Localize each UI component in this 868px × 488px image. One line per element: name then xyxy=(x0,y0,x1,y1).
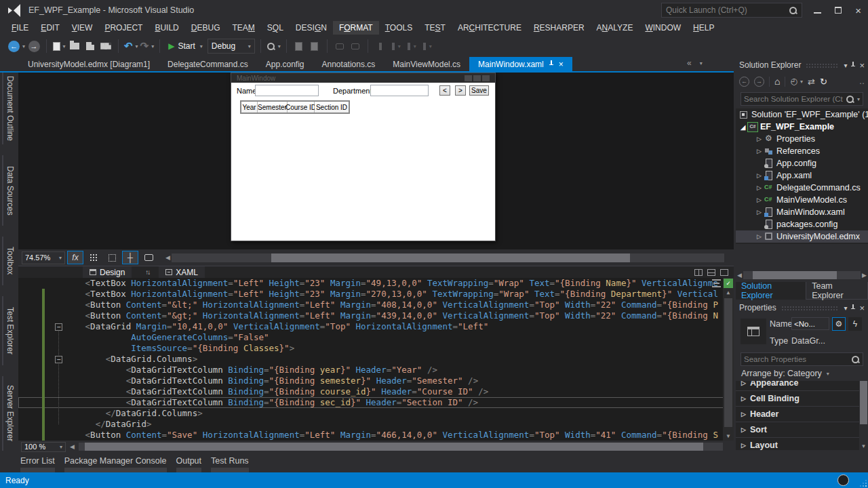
scroll-down-icon[interactable]: ▼ xyxy=(859,443,868,449)
scroll-tabs-icon[interactable]: « xyxy=(687,58,692,68)
design-view-tab[interactable]: Design xyxy=(83,266,132,279)
grid-column-header[interactable]: Semester xyxy=(258,102,288,113)
snap-to-grid-button[interactable] xyxy=(104,251,120,264)
search-icon[interactable] xyxy=(851,355,860,364)
scroll-left-icon[interactable]: ◀ xyxy=(70,443,75,450)
quick-launch-box[interactable]: Quick Launch (Ctrl+Q) xyxy=(661,3,802,18)
fold-collapse-icon[interactable]: − xyxy=(55,323,62,331)
dropdown-icon[interactable]: ▾ xyxy=(278,43,281,49)
tree-item-app-xaml[interactable]: ▷App.xaml xyxy=(736,169,868,182)
designer-horizontal-scrollbar[interactable]: ◀ xyxy=(165,253,724,262)
scroll-up-icon[interactable]: ▲ xyxy=(723,289,734,296)
toolbar-overflow-icon[interactable]: ‥ xyxy=(859,77,865,86)
bottom-tab-package-manager-console[interactable]: Package Manager Console xyxy=(64,456,167,472)
expander-icon[interactable]: ▷ xyxy=(755,136,764,142)
xaml-designer-surface[interactable]: MainWindow Name: Department: < > Save Ye… xyxy=(18,73,734,249)
uncomment-button[interactable] xyxy=(349,38,362,54)
doc-tab-mainwindow-xaml[interactable]: MainWindow.xaml× xyxy=(469,57,572,71)
tree-item-mainviewmodel-cs[interactable]: ▷MainViewModel.cs xyxy=(736,194,868,206)
bottom-tab-output[interactable]: Output xyxy=(176,456,202,472)
dropdown-icon[interactable]: ▾ xyxy=(151,43,154,49)
scrollbar-thumb[interactable] xyxy=(271,253,631,262)
category-header[interactable]: ▷Header xyxy=(736,407,859,422)
bottom-tab-test-runs[interactable]: Test Runs xyxy=(211,456,249,472)
snap-to-snaplines-button[interactable]: ┼ xyxy=(122,251,138,264)
indent-decrease-button[interactable] xyxy=(292,38,306,54)
menu-item-team[interactable]: TEAM xyxy=(226,21,260,35)
solution-explorer-search-box[interactable]: Search Solution Explorer (Ct ▾ xyxy=(741,92,863,106)
properties-mode-button[interactable]: ⚙ xyxy=(832,317,846,331)
code-line[interactable]: <DataGridTextColumn Binding="{Binding ye… xyxy=(18,365,734,375)
search-icon[interactable] xyxy=(846,95,854,104)
dropdown-icon[interactable]: ▾ xyxy=(22,43,25,49)
expander-icon[interactable]: ▷ xyxy=(755,209,764,216)
doc-tab-annotations-cs[interactable]: Annotations.cs xyxy=(313,57,384,71)
editor-vertical-scrollbar[interactable]: ▲ ▼ xyxy=(723,278,734,441)
scrollbar-track[interactable] xyxy=(743,271,861,279)
grid-column-header[interactable]: Year xyxy=(241,102,258,113)
wpf-window-preview[interactable]: MainWindow Name: Department: < > Save Ye… xyxy=(231,73,496,241)
scroll-down-icon[interactable]: ▼ xyxy=(723,433,734,439)
pending-changes-filter-button[interactable]: ◴▾ xyxy=(790,77,803,86)
left-tab-test-explorer[interactable]: Test Explorer xyxy=(2,296,17,365)
search-icon[interactable] xyxy=(789,6,797,15)
undo-button[interactable]: ↶▾ xyxy=(124,38,138,54)
properties-header[interactable]: Properties ▾ × xyxy=(736,301,868,314)
scroll-right-icon[interactable]: ▶ xyxy=(862,272,867,279)
save-button[interactable] xyxy=(83,38,97,54)
expander-icon[interactable]: ▷ xyxy=(741,381,746,386)
menu-item-file[interactable]: FILE xyxy=(5,21,35,35)
scroll-left-icon[interactable]: ◀ xyxy=(737,272,742,279)
code-line[interactable]: − <DataGrid Margin="10,41,0,0" VerticalA… xyxy=(18,321,734,332)
scrollbar-thumb[interactable] xyxy=(724,298,732,427)
annotations-button[interactable] xyxy=(140,251,157,264)
tree-item-universitymodel-edmx[interactable]: ▷UniversityModel.edmx xyxy=(736,230,868,243)
expander-icon[interactable]: ▷ xyxy=(741,426,746,433)
previous-record-button[interactable]: < xyxy=(439,85,450,96)
show-grid-button[interactable] xyxy=(85,251,102,264)
xaml-code-editor[interactable]: <TextBox HorizontalAlignment="Left" Heig… xyxy=(18,278,734,441)
next-record-button[interactable]: > xyxy=(455,85,466,96)
toggle-bookmark-button[interactable] xyxy=(374,38,387,54)
close-button[interactable]: × xyxy=(855,5,861,16)
save-record-button[interactable]: Save xyxy=(469,85,489,96)
left-tab-toolbox[interactable]: Toolbox xyxy=(2,237,17,285)
left-tab-data-sources[interactable]: Data Sources xyxy=(2,155,17,226)
menu-item-window[interactable]: WINDOW xyxy=(639,21,687,35)
panel-drag-area[interactable] xyxy=(781,306,840,310)
resize-grip[interactable] xyxy=(859,479,867,487)
next-bookmark-button[interactable]: ▾ xyxy=(405,38,418,54)
code-line[interactable]: <DataGridTextColumn Binding="{Binding se… xyxy=(18,375,734,386)
tree-item-properties[interactable]: ▷Properties xyxy=(736,133,868,145)
editor-horizontal-scrollbar[interactable] xyxy=(79,443,723,451)
code-line[interactable]: <Button Content="&gt;" HorizontalAlignme… xyxy=(18,310,734,321)
tree-item-ef-wpf-example[interactable]: ◢EF_WPF_Example xyxy=(736,121,868,133)
horizontal-split-icon[interactable] xyxy=(707,269,715,276)
tree-item-packages-config[interactable]: packages.config xyxy=(736,218,868,230)
tree-horizontal-scrollbar[interactable]: ◀ ▶ xyxy=(736,270,868,280)
menu-item-design[interactable]: DESIGN xyxy=(290,21,333,35)
dropdown-icon[interactable]: ▾ xyxy=(200,43,203,49)
window-position-dropdown-icon[interactable]: ▾ xyxy=(844,304,847,312)
code-line[interactable]: AutoGenerateColumns="False" xyxy=(18,332,734,343)
window-position-dropdown-icon[interactable]: ▾ xyxy=(844,62,847,69)
open-file-button[interactable] xyxy=(68,38,81,54)
scroll-left-icon[interactable]: ◀ xyxy=(165,254,170,261)
grid-column-header[interactable]: Course ID xyxy=(288,102,315,113)
properties-vertical-scrollbar[interactable]: ▼ xyxy=(859,381,868,450)
tree-item-mainwindow-xaml[interactable]: ▷MainWindow.xaml xyxy=(736,206,868,218)
properties-search-box[interactable]: Search Properties xyxy=(741,352,863,366)
expander-icon[interactable]: ◢ xyxy=(738,123,747,131)
expander-icon[interactable]: ▷ xyxy=(755,197,764,203)
scrollbar-thumb[interactable] xyxy=(753,271,837,279)
menu-item-view[interactable]: VIEW xyxy=(66,21,99,35)
se-back-button[interactable]: ← xyxy=(739,77,749,87)
menu-item-resharper[interactable]: RESHARPER xyxy=(528,21,591,35)
tree-item-delegatecommand-cs[interactable]: ▷DelegateCommand.cs xyxy=(736,182,868,194)
editor-splitter-handle[interactable] xyxy=(712,279,721,287)
expander-icon[interactable]: ▷ xyxy=(755,148,764,155)
xaml-view-tab[interactable]: XAML xyxy=(159,266,205,279)
expander-icon[interactable]: ▷ xyxy=(741,411,746,418)
close-icon[interactable]: × xyxy=(859,60,865,70)
code-line[interactable]: </DataGrid> xyxy=(18,419,734,430)
